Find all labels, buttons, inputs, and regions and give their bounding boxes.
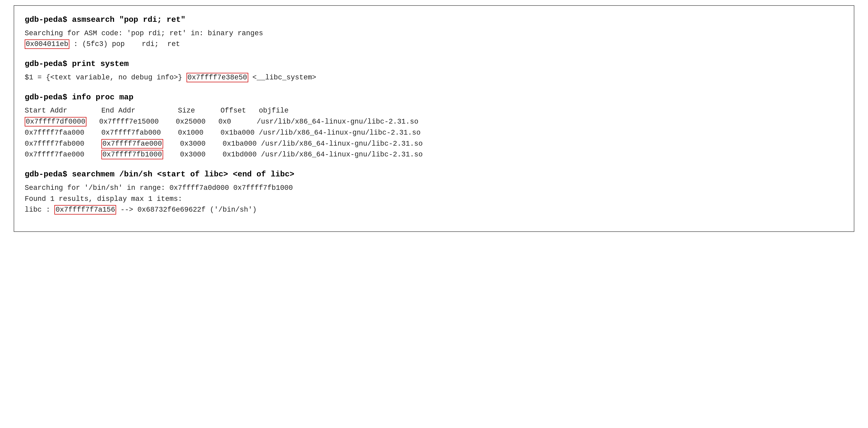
end-addr-4-highlight: 0x7ffff7fb1000 [101, 150, 163, 159]
table-row-1: 0x7ffff7df0000 0x7ffff7e15000 0x25000 0x… [25, 116, 843, 127]
section-print-system: gdb-peda$ print system $1 = {<text varia… [25, 58, 843, 83]
print-system-output: $1 = {<text variable, no debug info>} 0x… [25, 72, 843, 83]
asmsearch-highlight: 0x004011eb [25, 39, 69, 49]
searchmem-output-line3: libc : 0x7ffff7f7a156 --> 0x68732f6e6962… [25, 204, 843, 216]
section-info-proc-map: gdb-peda$ info proc map Start Addr End A… [25, 91, 843, 161]
table-header-row: Start Addr End Addr Size Offset objfile [25, 106, 843, 116]
section-searchmem: gdb-peda$ searchmem /bin/sh <start of li… [25, 168, 843, 216]
system-addr-highlight: 0x7ffff7e38e50 [187, 73, 248, 82]
searchmem-output-line1: Searching for '/bin/sh' in range: 0x7fff… [25, 183, 843, 194]
command-searchmem: gdb-peda$ searchmem /bin/sh <start of li… [25, 168, 843, 181]
asmsearch-output-line1: Searching for ASM code: 'pop rdi; ret' i… [25, 28, 843, 39]
start-addr-1-highlight: 0x7ffff7df0000 [25, 117, 87, 126]
table-row-2: 0x7ffff7faa000 0x7ffff7fab000 0x1000 0x1… [25, 127, 843, 139]
command-info-proc-map: gdb-peda$ info proc map [25, 91, 843, 104]
end-addr-3-highlight: 0x7ffff7fae000 [101, 139, 163, 148]
command-print-system: gdb-peda$ print system [25, 58, 843, 70]
table-row-3: 0x7ffff7fab000 0x7ffff7fae000 0x3000 0x1… [25, 139, 843, 150]
binsh-addr-highlight: 0x7ffff7f7a156 [54, 205, 116, 215]
searchmem-output-line2: Found 1 results, display max 1 items: [25, 194, 843, 205]
command-asmsearch: gdb-peda$ asmsearch "pop rdi; ret" [25, 14, 843, 26]
terminal-container: gdb-peda$ asmsearch "pop rdi; ret" Searc… [14, 5, 854, 232]
table-row-4: 0x7ffff7fae000 0x7ffff7fb1000 0x3000 0x1… [25, 149, 843, 160]
asmsearch-output-line2: 0x004011eb : (5fc3) pop rdi; ret [25, 39, 843, 50]
section-asmsearch: gdb-peda$ asmsearch "pop rdi; ret" Searc… [25, 14, 843, 50]
